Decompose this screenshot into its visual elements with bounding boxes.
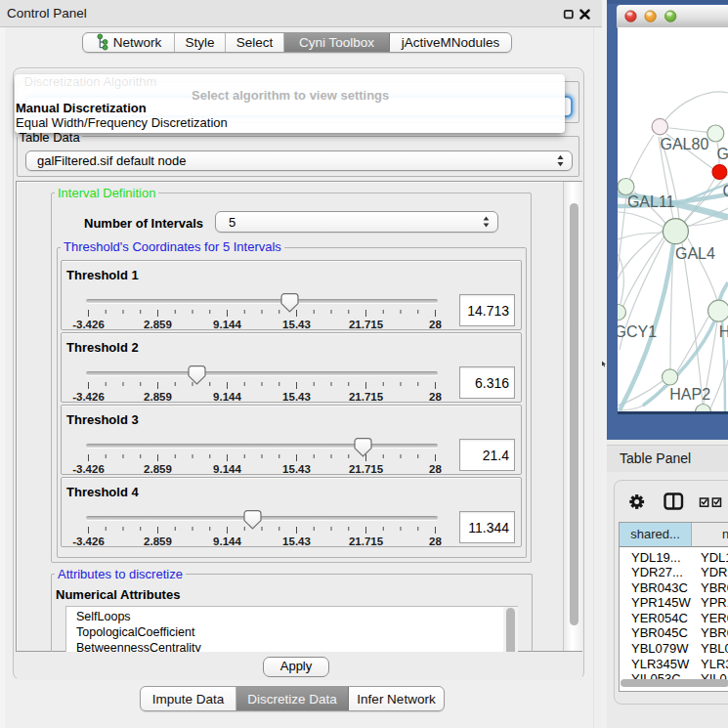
svg-text:H: H: [719, 323, 728, 340]
svg-text:GAL11: GAL11: [627, 193, 675, 210]
svg-text:GAL80: GAL80: [661, 136, 709, 152]
svg-text:GA: GA: [717, 146, 728, 162]
svg-text:CD: CD: [723, 183, 728, 199]
svg-text:HAP2: HAP2: [669, 386, 710, 403]
svg-text:GCY1: GCY1: [618, 323, 657, 340]
svg-text:GAL4: GAL4: [675, 245, 715, 262]
